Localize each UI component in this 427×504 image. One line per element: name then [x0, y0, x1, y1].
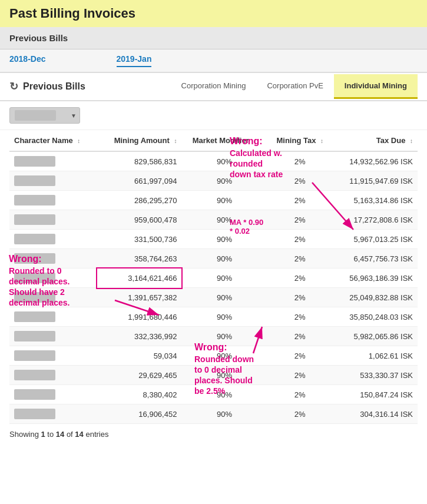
td-tax-due: 6,457,756.73 ISK: [333, 249, 418, 268]
refresh-icon[interactable]: ↻: [9, 80, 18, 93]
section-header: ↻ Previous Bills Corporation Mining Corp…: [0, 73, 427, 101]
annotation-wrong2-body: Rounded to 0decimal places.Should have 2…: [9, 266, 70, 309]
char-avatar: [14, 156, 55, 167]
month-tab-jan[interactable]: 2019-Jan: [117, 54, 152, 67]
td-mining-tax: 2%: [267, 191, 333, 210]
td-market-modifier: 90%: [181, 404, 267, 424]
section-title-label: Previous Bills: [23, 81, 85, 92]
char-avatar: [14, 389, 55, 400]
tab-corporation-pve[interactable]: Corporation PvE: [256, 74, 333, 99]
td-market-modifier: 90%: [181, 288, 267, 307]
footer-showing-end: 14: [56, 430, 64, 439]
annotation-wrong1-body: Calculated w.roundeddown tax rate: [230, 148, 283, 180]
annotation-wrong3-body: Rounded downto 0 decimalplaces. Shouldbe…: [194, 354, 254, 397]
td-mining-tax: 2%: [267, 385, 333, 404]
char-avatar: [14, 311, 55, 322]
char-avatar: [14, 234, 55, 244]
th-tax-due: Tax Due ↕: [333, 130, 418, 151]
prev-bills-nav: Previous Bills: [0, 27, 427, 49]
td-mining-amount: 358,764,263: [97, 249, 181, 268]
th-character-name: Character Name ↕: [9, 130, 97, 151]
page-title: Past Billing Invoices: [9, 6, 135, 21]
td-char-name: [9, 346, 97, 366]
td-mining-amount: 661,997,094: [97, 171, 181, 191]
td-char-name: [9, 307, 97, 327]
table-row: 1,391,657,38290%2%25,049,832.88 ISK: [9, 288, 418, 307]
td-tax-due: 11,915,947.69 ISK: [333, 171, 418, 191]
td-tax-due: 304,316.14 ISK: [333, 404, 418, 424]
filter-avatar: [15, 110, 56, 121]
td-market-modifier: 90%: [181, 307, 267, 327]
table-row: 661,997,09490%2%11,915,947.69 ISK: [9, 171, 418, 191]
formula-box: MA * 0.90* 0.02: [230, 218, 263, 236]
annotation-wrong-bottom: Wrong: Rounded downto 0 decimalplaces. S…: [194, 341, 254, 397]
td-mining-amount: 959,600,478: [97, 210, 181, 230]
table-row: 286,295,27090%2%5,163,314.86 ISK: [9, 191, 418, 210]
td-mining-amount: 29,629,465: [97, 366, 181, 385]
td-mining-tax: 2%: [267, 249, 333, 268]
td-char-name: [9, 230, 97, 249]
char-avatar: [14, 409, 55, 419]
annotation-wrong1-title: Wrong:: [230, 135, 283, 148]
annotation-wrong2-title: Wrong:: [9, 253, 70, 266]
td-market-modifier: 90%: [181, 191, 267, 210]
sort-icon-char[interactable]: ↕: [77, 138, 80, 144]
td-tax-due: 5,982,065.86 ISK: [333, 327, 418, 346]
table-row: 16,906,45290%2%304,316.14 ISK: [9, 404, 418, 424]
td-char-name: [9, 171, 97, 191]
section-title-area: ↻ Previous Bills: [9, 73, 85, 100]
td-char-name: [9, 404, 97, 424]
sort-icon-tax[interactable]: ↕: [320, 138, 323, 144]
td-char-name: [9, 210, 97, 230]
tab-corporation-mining[interactable]: Corporation Mining: [171, 74, 257, 99]
td-tax-due: 1,062.61 ISK: [333, 346, 418, 366]
table-row: 1,991,680,44690%2%35,850,248.03 ISK: [9, 307, 418, 327]
td-tax-due: 56,963,186.39 ISK: [333, 268, 418, 288]
footer-showing-start: 1: [41, 430, 45, 439]
td-mining-tax: 2%: [267, 307, 333, 327]
td-mining-tax: 2%: [267, 210, 333, 230]
td-mining-amount: 16,906,452: [97, 404, 181, 424]
annotation-wrong-left: Wrong: Rounded to 0decimal places.Should…: [9, 253, 70, 309]
td-tax-due: 17,272,808.6 ISK: [333, 210, 418, 230]
td-mining-amount: 286,295,270: [97, 191, 181, 210]
tab-individual-mining[interactable]: Individual Mining: [334, 74, 418, 99]
page-header: Past Billing Invoices: [0, 0, 427, 27]
table-row: 959,600,47890%2%17,272,808.6 ISK: [9, 210, 418, 230]
annotation-wrong-top: Wrong: Calculated w.roundeddown tax rate: [230, 135, 283, 180]
td-mining-tax: 2%: [267, 404, 333, 424]
sort-icon-taxdue[interactable]: ↕: [410, 138, 413, 144]
char-avatar: [14, 350, 55, 361]
char-avatar: [14, 195, 55, 205]
td-mining-tax: 2%: [267, 230, 333, 249]
table-header-row: Character Name ↕ Mining Amount ↕ Market …: [9, 130, 418, 151]
filter-select[interactable]: [9, 107, 80, 124]
td-mining-tax: 2%: [267, 366, 333, 385]
td-char-name: [9, 385, 97, 404]
table-row: 358,764,26390%2%6,457,756.73 ISK: [9, 249, 418, 268]
td-char-name: [9, 327, 97, 346]
table-row: 331,500,73690%2%5,967,013.25 ISK: [9, 230, 418, 249]
sort-icon-mining[interactable]: ↕: [174, 138, 177, 144]
td-mining-tax: 2%: [267, 268, 333, 288]
td-tax-due: 35,850,248.03 ISK: [333, 307, 418, 327]
td-mining-tax: 2%: [267, 327, 333, 346]
td-mining-amount: 1,991,680,446: [97, 307, 181, 327]
td-tax-due: 150,847.24 ISK: [333, 385, 418, 404]
filter-select-wrapper: ▼: [9, 107, 80, 124]
table-row: 3,164,621,46690%2%56,963,186.39 ISK: [9, 268, 418, 288]
char-avatar: [14, 175, 55, 186]
td-tax-due: 14,932,562.96 ISK: [333, 151, 418, 171]
td-tax-due: 5,163,314.86 ISK: [333, 191, 418, 210]
td-mining-amount: 1,391,657,382: [97, 288, 181, 307]
char-avatar: [14, 331, 55, 341]
month-tab-dec[interactable]: 2018-Dec: [9, 54, 46, 67]
td-market-modifier: 90%: [181, 268, 267, 288]
char-avatar: [14, 214, 55, 225]
td-market-modifier: 90%: [181, 249, 267, 268]
td-char-name: [9, 191, 97, 210]
td-mining-tax: 2%: [267, 346, 333, 366]
td-mining-amount: 8,380,402: [97, 385, 181, 404]
td-mining-amount: 332,336,992: [97, 327, 181, 346]
annotation-wrong3-title: Wrong:: [194, 341, 254, 354]
